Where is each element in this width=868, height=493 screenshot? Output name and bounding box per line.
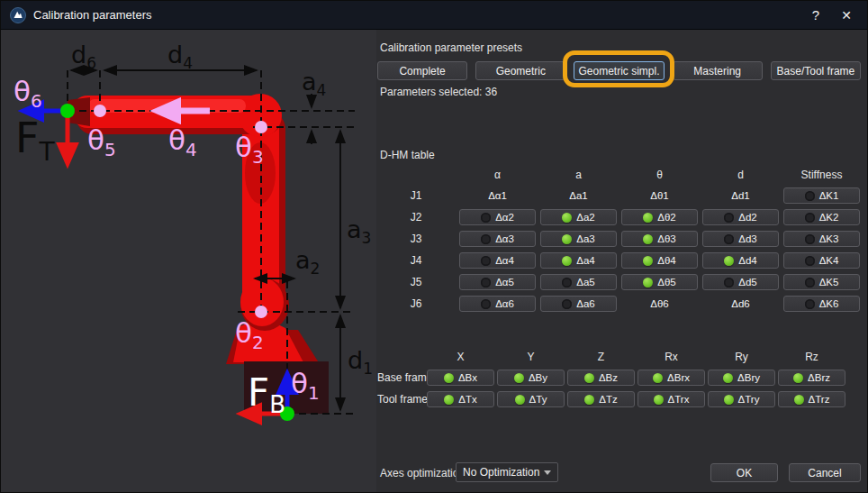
param-label: Δα4	[495, 255, 514, 266]
dhm-param-k5[interactable]: ΔK5	[783, 274, 860, 290]
dhm-param-a6[interactable]: Δa6	[540, 296, 617, 312]
dhm-param-a1: Δa1	[540, 190, 617, 201]
joint5-dot	[94, 105, 106, 117]
param-label: Δd4	[738, 255, 756, 266]
cancel-button[interactable]: Cancel	[789, 463, 861, 482]
dhm-param-3[interactable]: Δα3	[459, 231, 536, 247]
close-button[interactable]: ✕	[831, 1, 862, 29]
led-on-icon	[723, 373, 733, 383]
param-label: Δθ3	[657, 233, 675, 244]
tool-frame-label: FT	[15, 114, 55, 167]
preset-complete[interactable]: Complete	[377, 61, 467, 80]
frames-column-header-y: Y	[497, 351, 565, 364]
led-on-icon	[515, 395, 525, 405]
dhm-param-k3[interactable]: ΔK3	[783, 231, 860, 247]
dhm-row-label-j1: J1	[377, 189, 455, 202]
ok-button[interactable]: OK	[710, 463, 778, 482]
dhm-param-k6[interactable]: ΔK6	[783, 296, 860, 312]
preset-geometric-simpl[interactable]: Geometric simpl.	[574, 61, 664, 80]
frames-column-header-rx: Rx	[637, 351, 705, 364]
param-label: Δθ2	[657, 212, 675, 223]
dhm-param-d2[interactable]: Δd2	[702, 209, 779, 225]
frame-param-by[interactable]: ΔBy	[497, 370, 565, 386]
dhm-param-a2[interactable]: Δa2	[540, 209, 617, 225]
frame-param-tx[interactable]: ΔTx	[427, 391, 494, 407]
dhm-row-label-j6: J6	[377, 297, 455, 310]
dhm-param-d6: Δd6	[702, 298, 779, 309]
dhm-row-label-j3: J3	[377, 233, 455, 245]
frame-param-bx[interactable]: ΔBx	[427, 370, 494, 386]
frame-param-bry[interactable]: ΔBry	[708, 370, 775, 386]
calibration-parameters-dialog: { "window": { "title": "Calibration para…	[0, 0, 868, 493]
frames-column-header-z: Z	[567, 351, 635, 364]
dhm-column-header-: α	[459, 169, 536, 182]
param-label: ΔBz	[599, 372, 618, 383]
param-label: ΔK2	[819, 212, 839, 223]
led-off-icon	[805, 278, 815, 288]
led-off-icon	[481, 213, 491, 223]
param-label: ΔTx	[458, 394, 476, 405]
frames-grid: XYZRxRyRzBase frameΔBxΔByΔBzΔBrxΔBryΔBrz…	[377, 351, 845, 407]
calibration-settings-panel: Calibration parameter presets CompleteGe…	[377, 1, 861, 493]
dhm-param-6[interactable]: Δα6	[459, 296, 536, 312]
led-off-icon	[805, 256, 815, 266]
param-label: ΔK5	[819, 277, 839, 288]
led-off-icon	[805, 299, 815, 309]
app-logo-icon	[10, 7, 26, 23]
dhm-param-4[interactable]: Δα4	[459, 252, 536, 269]
dhm-param-k4[interactable]: ΔK4	[783, 252, 860, 269]
axes-optimization-dropdown[interactable]: No Optimization	[456, 462, 558, 482]
param-label: Δd5	[738, 277, 756, 288]
dhm-param-3[interactable]: Δθ3	[621, 231, 698, 247]
frame-param-ty[interactable]: ΔTy	[497, 391, 565, 407]
led-on-icon	[724, 395, 734, 405]
dhm-param-a5[interactable]: Δa5	[540, 274, 617, 290]
param-label: ΔK4	[819, 255, 839, 266]
dhm-param-2[interactable]: Δα2	[459, 209, 536, 225]
dhm-column-header-: θ	[621, 169, 698, 182]
dhm-param-5[interactable]: Δθ5	[621, 274, 698, 290]
led-on-icon	[444, 395, 454, 405]
dhm-param-2[interactable]: Δθ2	[621, 209, 698, 225]
param-label: Δd3	[738, 233, 756, 244]
param-label: Δa2	[576, 212, 594, 223]
dhm-column-header-d: d	[702, 169, 779, 182]
titlebar: Calibration parameters ? ✕	[1, 1, 868, 30]
dhm-param-d3[interactable]: Δd3	[702, 231, 779, 247]
dhm-param-d4[interactable]: Δd4	[702, 252, 779, 269]
param-label: ΔBrz	[808, 372, 830, 383]
led-on-icon	[643, 256, 653, 266]
dhm-param-a4[interactable]: Δa4	[540, 252, 617, 269]
led-off-icon	[805, 191, 815, 201]
dim-a2-label: a2	[295, 246, 320, 278]
frames-column-header-ry: Ry	[708, 351, 775, 364]
param-label: Δα5	[495, 277, 514, 288]
frame-param-bz[interactable]: ΔBz	[567, 370, 635, 386]
preset-base-tool-frame[interactable]: Base/Tool frame	[771, 61, 861, 80]
dhm-param-4[interactable]: Δθ4	[621, 252, 698, 269]
led-off-icon	[481, 299, 491, 309]
dhm-param-k1[interactable]: ΔK1	[783, 187, 860, 204]
frame-param-try[interactable]: ΔTry	[708, 391, 775, 407]
param-label: Δα2	[495, 212, 514, 223]
dhm-param-a3[interactable]: Δa3	[540, 231, 617, 247]
dhm-column-header-stiffness: Stiffness	[783, 169, 860, 182]
led-off-icon	[481, 278, 491, 288]
preset-geometric[interactable]: Geometric	[475, 61, 565, 80]
led-on-icon	[643, 278, 653, 288]
frame-param-brx[interactable]: ΔBrx	[637, 370, 705, 386]
help-button[interactable]: ?	[800, 1, 831, 29]
frame-param-trx[interactable]: ΔTrx	[637, 391, 705, 407]
param-label: Δα3	[495, 233, 514, 244]
frame-param-tz[interactable]: ΔTz	[567, 391, 635, 407]
led-off-icon	[805, 234, 815, 244]
frame-param-trz[interactable]: ΔTrz	[778, 391, 845, 407]
dhm-param-d5[interactable]: Δd5	[702, 274, 779, 290]
dhm-param-5[interactable]: Δα5	[459, 274, 536, 290]
param-label: Δa4	[576, 255, 594, 266]
preset-mastering[interactable]: Mastering	[673, 61, 763, 80]
dhm-row-label-j2: J2	[377, 211, 455, 224]
dhm-param-k2[interactable]: ΔK2	[783, 209, 860, 225]
led-on-icon	[653, 373, 663, 383]
frame-param-brz[interactable]: ΔBrz	[778, 370, 845, 386]
